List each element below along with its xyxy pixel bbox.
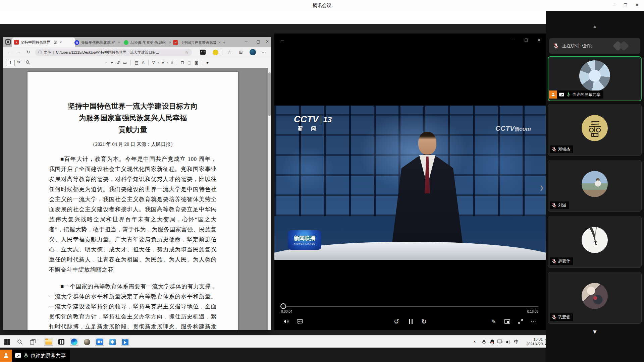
video-current-time: 0:00:04: [281, 310, 292, 313]
video-maximize-button[interactable]: ▢: [521, 36, 531, 44]
tray-clock[interactable]: 16:31 2021/4/29: [519, 337, 543, 346]
participant-name: 也许的屏幕共享: [572, 92, 600, 98]
movies-tv-window: ← ─ ▢ ✕ CCTV13 新 闻 CCTV清com 新闻联播 XINWEN …: [274, 34, 546, 330]
video-back-button[interactable]: ←: [278, 36, 287, 44]
taskbar-search-icon[interactable]: [15, 338, 24, 346]
more-options-icon[interactable]: ⋯: [529, 317, 538, 326]
pause-bar: [409, 319, 410, 324]
mini-player-icon[interactable]: [502, 317, 512, 326]
avatar: [582, 283, 608, 309]
fullscreen-icon[interactable]: [516, 317, 525, 326]
zoom-in-icon[interactable]: +: [111, 60, 113, 65]
read-aloud-icon[interactable]: A: [142, 60, 145, 65]
tab-classics-party-history[interactable]: 品经典 学党史 悟思想- ✕: [122, 38, 173, 47]
pdf-search-icon[interactable]: [25, 60, 30, 65]
tray-ime-indicator[interactable]: 中: [513, 338, 520, 346]
tab-close-icon[interactable]: ✕: [118, 41, 120, 44]
participant-tile-liuyi[interactable]: 刘溢: [548, 160, 642, 212]
pause-button[interactable]: [406, 317, 415, 326]
tray-volume-icon[interactable]: [504, 338, 512, 346]
tray-microphone-icon[interactable]: [480, 338, 488, 346]
bilibili-extension-icon[interactable]: [200, 50, 206, 55]
seek-knob[interactable]: [280, 303, 286, 309]
skip-back-10-icon[interactable]: ↺ 10: [392, 317, 401, 326]
highlight-icon[interactable]: ∀: [162, 60, 164, 65]
volume-icon[interactable]: [282, 317, 291, 326]
draw-icon[interactable]: ∇: [152, 60, 155, 65]
browser-minimize-button[interactable]: ─: [241, 37, 251, 46]
favorites-icon[interactable]: ☆: [226, 49, 233, 56]
profile-avatar[interactable]: [250, 49, 256, 55]
scroll-up-arrow[interactable]: ▲: [546, 23, 644, 29]
participant-tile-qiyaoshi[interactable]: 起要什: [548, 216, 642, 268]
yellow-extension-icon[interactable]: [213, 50, 218, 55]
pin-toolbar-icon[interactable]: ➤: [205, 60, 211, 65]
favorite-star-icon[interactable]: ☆: [185, 50, 189, 55]
watermark-hd: 清: [515, 126, 519, 132]
movies-tv-icon[interactable]: [121, 338, 129, 346]
skip-forward-number: 30: [423, 321, 425, 324]
file-info-icon[interactable]: ⓘ: [38, 50, 42, 55]
browser-close-button[interactable]: ✕: [264, 37, 271, 46]
tab-cpc-higher-education[interactable]: P 《中国共产党普通高等 ✕: [171, 38, 223, 47]
scrollbar-thumb[interactable]: [268, 72, 271, 116]
forward-icon[interactable]: →: [15, 49, 22, 56]
address-bar[interactable]: ⓘ 文件 | C:/Users/11215/Desktop/坚持中国特色世界一流…: [35, 49, 192, 56]
task-view-icon[interactable]: [28, 338, 37, 346]
meeting-restore-button[interactable]: ❐: [620, 0, 631, 10]
tray-hidden-icons-chevron[interactable]: ∧: [471, 338, 478, 346]
skip-forward-30-icon[interactable]: ↻ 30: [419, 317, 429, 326]
avatar: [582, 227, 608, 253]
tencent-meeting-icon[interactable]: [95, 338, 104, 346]
presenter-icon: [549, 90, 557, 99]
tab-awakening-age[interactable]: 百 觉醒年代电陈北李 相 ✕: [72, 38, 124, 47]
video-seek-bar[interactable]: [283, 306, 538, 307]
print-icon[interactable]: ⊟: [181, 60, 184, 65]
pdf-viewer[interactable]: 坚持中国特色世界一流大学建设目标方向 为服务国家富强民族复兴人民幸福 贡献力量 …: [3, 68, 271, 330]
screen-share-indicator[interactable]: 也许的屏幕共享: [0, 350, 70, 362]
save-icon[interactable]: ▢: [187, 60, 191, 65]
app-sphere-icon[interactable]: [83, 338, 91, 346]
tab-pdf-document[interactable]: P 坚持中国特色世界一流 ✕: [12, 38, 75, 47]
tab-close-icon[interactable]: ✕: [218, 41, 221, 44]
participant-tile-yexu[interactable]: 也许的屏幕共享: [548, 56, 642, 101]
edge-browser-icon[interactable]: [70, 338, 78, 346]
new-tab-button[interactable]: +: [221, 38, 231, 47]
video-minimize-button[interactable]: ─: [508, 36, 519, 44]
ink-pen-icon[interactable]: ✎: [489, 317, 498, 326]
meeting-minimize-button[interactable]: ─: [608, 0, 620, 10]
tray-cast-display-icon[interactable]: [496, 338, 504, 346]
photos-app-icon[interactable]: [108, 338, 117, 346]
highlight-caret-icon[interactable]: ∨: [167, 61, 169, 64]
scroll-down-arrow[interactable]: ▼: [546, 328, 644, 336]
back-icon[interactable]: ←: [6, 49, 13, 56]
tab-close-icon[interactable]: ✕: [59, 41, 62, 44]
tray-qq-icon[interactable]: [488, 338, 496, 346]
draw-caret-icon[interactable]: ∨: [157, 61, 159, 64]
page-number-input[interactable]: 1: [6, 60, 15, 66]
participant-tile-zhengruijie[interactable]: 郑锐杰: [548, 104, 642, 156]
sidebar-collapse-arrow[interactable]: ❯: [538, 182, 545, 194]
save-as-icon[interactable]: ▣: [195, 60, 198, 65]
settings-more-icon[interactable]: ⋯: [260, 49, 267, 56]
subtitles-icon[interactable]: [295, 317, 305, 326]
participant-tile-gonghongzhe[interactable]: 巩宏哲: [548, 272, 642, 324]
microsoft-store-icon[interactable]: [57, 338, 66, 346]
refresh-icon[interactable]: ↻: [25, 49, 32, 56]
windows-logo-icon: [4, 339, 10, 345]
video-frame[interactable]: CCTV13 新 闻 CCTV清com 新闻联播 XINWEN LIANBO: [274, 106, 546, 260]
page-view-icon[interactable]: ▤: [135, 60, 138, 65]
rotate-icon[interactable]: ↺: [116, 60, 120, 65]
fit-page-icon[interactable]: ▭: [123, 60, 127, 65]
file-explorer-icon[interactable]: [44, 338, 53, 346]
meeting-close-button[interactable]: ✕: [631, 0, 643, 10]
collections-icon[interactable]: ⊞: [237, 49, 244, 56]
start-button[interactable]: [3, 338, 11, 346]
tab-actions-icon[interactable]: [5, 39, 11, 45]
zoom-out-icon[interactable]: −: [105, 60, 107, 65]
video-close-button[interactable]: ✕: [534, 36, 544, 44]
microphone-muted-icon: [552, 259, 556, 264]
pdf-scrollbar[interactable]: [268, 68, 271, 330]
erase-icon[interactable]: ◊: [171, 60, 173, 65]
browser-maximize-button[interactable]: ▢: [254, 37, 263, 46]
